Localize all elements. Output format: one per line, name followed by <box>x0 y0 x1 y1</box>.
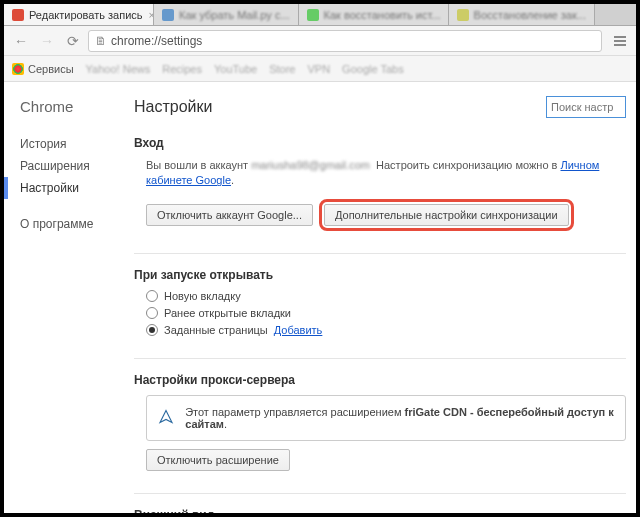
frigate-icon <box>157 408 175 428</box>
tab-title: Редактировать запись <box>29 9 143 21</box>
tab-active[interactable]: Редактировать запись × <box>4 4 154 25</box>
hamburger-menu-icon[interactable] <box>610 31 630 51</box>
search-settings-input[interactable] <box>546 96 626 118</box>
section-login: Вход Вы вошли в аккаунт mariusha98@gmail… <box>134 136 626 231</box>
apps-icon <box>12 63 24 75</box>
bookmarks-services[interactable]: Сервисы <box>12 63 74 75</box>
section-proxy: Настройки прокси-сервера Этот параметр у… <box>134 373 626 471</box>
brand-label: Chrome <box>20 98 124 115</box>
login-description: Вы вошли в аккаунт mariusha98@gmail.com … <box>146 158 626 189</box>
divider <box>134 358 626 359</box>
bookmark-item[interactable]: Google Tabs <box>342 63 404 75</box>
startup-opt-pages[interactable]: Заданные страницы Добавить <box>146 324 626 336</box>
url-text: chrome://settings <box>111 34 202 48</box>
section-heading: Вход <box>134 136 626 150</box>
divider <box>134 493 626 494</box>
disable-extension-button[interactable]: Отключить расширение <box>146 449 290 471</box>
section-heading: При запуске открывать <box>134 268 626 282</box>
address-bar[interactable]: 🗎 chrome://settings <box>88 30 602 52</box>
tab-2[interactable]: Как восстановить ист... <box>299 4 449 25</box>
disconnect-account-button[interactable]: Отключить аккаунт Google... <box>146 204 313 226</box>
bookmark-item[interactable]: Store <box>269 63 295 75</box>
reload-button[interactable]: ⟳ <box>62 30 84 52</box>
radio-icon <box>146 290 158 302</box>
bookmark-item[interactable]: Yahoo! News <box>86 63 151 75</box>
bookmark-item[interactable]: Recipes <box>162 63 202 75</box>
browser-toolbar: ← → ⟳ 🗎 chrome://settings <box>4 26 636 56</box>
sync-settings-button[interactable]: Дополнительные настройки синхронизации <box>324 204 569 226</box>
favicon-icon <box>307 9 319 21</box>
forward-button[interactable]: → <box>36 30 58 52</box>
favicon-icon <box>457 9 469 21</box>
section-heading: Настройки прокси-сервера <box>134 373 626 387</box>
add-pages-link[interactable]: Добавить <box>274 324 323 336</box>
sidebar-item-extensions[interactable]: Расширения <box>20 155 124 177</box>
startup-opt-newtab[interactable]: Новую вкладку <box>146 290 626 302</box>
sidebar-item-settings[interactable]: Настройки <box>4 177 124 199</box>
section-startup: При запуске открывать Новую вкладку Ране… <box>134 268 626 336</box>
main-content: Настройки Вход Вы вошли в аккаунт marius… <box>124 82 636 513</box>
divider <box>134 253 626 254</box>
radio-icon <box>146 324 158 336</box>
tab-1[interactable]: Как убрать Mail.ру с... <box>154 4 299 25</box>
page-title: Настройки <box>134 98 212 116</box>
highlight-annotation: Дополнительные настройки синхронизации <box>319 199 574 231</box>
favicon-icon <box>162 9 174 21</box>
radio-icon <box>146 307 158 319</box>
bookmark-item[interactable]: VPN <box>307 63 330 75</box>
page-icon: 🗎 <box>95 34 107 48</box>
services-label: Сервисы <box>28 63 74 75</box>
bookmark-item[interactable]: YouTube <box>214 63 257 75</box>
tab-3[interactable]: Восстановление зак... <box>449 4 595 25</box>
sidebar-item-history[interactable]: История <box>20 133 124 155</box>
proxy-notice: Этот параметр управляется расширением fr… <box>146 395 626 441</box>
sidebar: Chrome История Расширения Настройки О пр… <box>4 82 124 513</box>
sidebar-item-about[interactable]: О программе <box>20 213 124 235</box>
section-appearance: Внешний вид Выбрать тему Восстановить те… <box>134 508 626 513</box>
back-button[interactable]: ← <box>10 30 32 52</box>
bookmarks-bar: Сервисы Yahoo! News Recipes YouTube Stor… <box>4 56 636 82</box>
favicon-icon <box>12 9 24 21</box>
section-heading: Внешний вид <box>134 508 626 513</box>
startup-opt-previous[interactable]: Ранее открытые вкладки <box>146 307 626 319</box>
tab-strip: Редактировать запись × Как убрать Mail.р… <box>4 4 636 26</box>
